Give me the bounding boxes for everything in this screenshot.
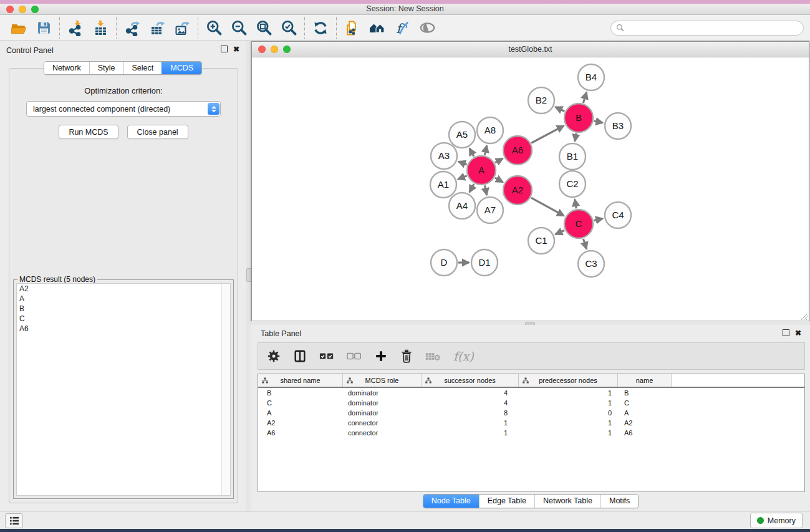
table-row[interactable]: Adominator80A <box>258 408 804 418</box>
scrollbar-track[interactable] <box>221 284 230 495</box>
cybrowser-button[interactable] <box>365 17 390 39</box>
node-A[interactable]: A <box>467 156 496 185</box>
column-header-name[interactable]: name <box>618 374 672 387</box>
column-header-shared-name[interactable]: shared name <box>258 374 343 387</box>
column-header-predecessor-nodes[interactable]: predecessor nodes <box>519 374 618 387</box>
unselect-all-columns-button[interactable] <box>347 351 362 361</box>
resize-grip-icon[interactable] <box>799 312 808 321</box>
edge-B-B1[interactable] <box>575 133 576 142</box>
edge-B-B4[interactable] <box>583 92 586 103</box>
zoom-out-button[interactable] <box>226 17 251 39</box>
node-A5[interactable]: A5 <box>449 122 475 148</box>
tab-mcds[interactable]: MCDS <box>162 62 201 74</box>
node-C3[interactable]: C3 <box>578 251 604 277</box>
table-settings-button[interactable] <box>267 349 281 363</box>
node-A2[interactable]: A2 <box>503 176 532 205</box>
edge-A-A6[interactable] <box>495 158 503 163</box>
run-mcds-button[interactable]: Run MCDS <box>59 125 118 139</box>
show-columns-button[interactable] <box>293 349 307 363</box>
cell[interactable]: 1 <box>519 399 618 407</box>
edge-A-A3[interactable] <box>458 162 466 165</box>
zoom-selected-button[interactable] <box>276 17 301 39</box>
zoom-fit-button[interactable] <box>251 17 276 39</box>
mcds-result-item[interactable]: B <box>17 304 230 314</box>
node-C2[interactable]: C2 <box>559 171 586 197</box>
delete-table-button[interactable] <box>425 351 441 362</box>
tab-edge-table[interactable]: Edge Table <box>479 495 534 508</box>
cell[interactable]: 1 <box>422 419 519 427</box>
cell[interactable]: 0 <box>519 409 618 417</box>
cell[interactable]: B <box>258 389 343 397</box>
cell[interactable]: C <box>618 399 672 407</box>
memory-button[interactable]: Memory <box>750 513 803 528</box>
mcds-result-item[interactable]: A2 <box>17 284 230 294</box>
node-B2[interactable]: B2 <box>528 87 554 114</box>
save-session-button[interactable] <box>31 17 56 39</box>
mcds-result-list[interactable]: A2ABCA6 <box>16 283 231 496</box>
node-D[interactable]: D <box>431 249 457 276</box>
edge-C-C3[interactable] <box>583 239 586 249</box>
edge-A2-C[interactable] <box>531 198 564 216</box>
node-A7[interactable]: A7 <box>477 197 503 223</box>
cell[interactable]: A6 <box>258 429 343 437</box>
cell[interactable]: A <box>618 409 672 417</box>
network-canvas[interactable]: AA1A2A3A4A5A6A7A8BB1B2B3B4CC1C2C3C4DD1 <box>252 57 809 321</box>
node-A3[interactable]: A3 <box>431 143 457 169</box>
cell[interactable]: A6 <box>618 429 672 437</box>
task-history-button[interactable] <box>5 513 23 528</box>
close-table-panel-icon[interactable]: ✖ <box>795 330 801 336</box>
edge-A-A1[interactable] <box>458 176 466 179</box>
mcds-result-item[interactable]: A6 <box>17 324 230 334</box>
clone-network-button[interactable] <box>340 17 365 39</box>
node-B[interactable]: B <box>564 104 593 132</box>
float-table-panel-icon[interactable] <box>783 329 789 336</box>
import-table-button[interactable] <box>88 17 113 39</box>
node-B1[interactable]: B1 <box>559 143 586 170</box>
cell[interactable]: 1 <box>422 429 519 437</box>
cell[interactable]: dominator <box>343 409 422 417</box>
edge-A-A7[interactable] <box>485 185 486 195</box>
node-B4[interactable]: B4 <box>578 64 604 90</box>
cell[interactable]: 1 <box>519 429 618 437</box>
cell[interactable]: 1 <box>519 389 618 397</box>
table-row[interactable]: Cdominator41C <box>258 398 804 408</box>
cell[interactable]: A2 <box>258 419 343 427</box>
tab-motifs[interactable]: Motifs <box>600 495 638 508</box>
create-column-button[interactable] <box>374 349 388 363</box>
node-A4[interactable]: A4 <box>449 193 475 219</box>
delete-column-button[interactable] <box>400 349 413 363</box>
edge-A-A8[interactable] <box>485 145 486 155</box>
cell[interactable]: 4 <box>422 399 519 407</box>
cell[interactable]: dominator <box>343 389 422 397</box>
export-network-button[interactable] <box>120 17 145 39</box>
zoom-in-button[interactable] <box>201 17 226 39</box>
tab-network-table[interactable]: Network Table <box>534 495 600 508</box>
table-row[interactable]: A6connector11A6 <box>258 428 804 438</box>
column-header-successor-nodes[interactable]: successor nodes <box>422 374 519 387</box>
edge-A-A2[interactable] <box>495 178 503 182</box>
close-panel-button[interactable]: Close panel <box>127 125 188 139</box>
cell[interactable]: C <box>258 399 343 407</box>
criterion-select[interactable]: largest connected component (directed) <box>26 101 221 117</box>
cell[interactable]: dominator <box>343 399 422 407</box>
edge-A-A5[interactable] <box>470 148 474 157</box>
cell[interactable]: A <box>258 409 343 417</box>
edge-C-C2[interactable] <box>575 200 576 209</box>
mcds-result-item[interactable]: C <box>17 314 230 324</box>
edge-A-A4[interactable] <box>470 184 474 192</box>
edge-B-B3[interactable] <box>594 121 602 123</box>
table-row[interactable]: A2connector11A2 <box>258 418 804 428</box>
cell[interactable]: connector <box>343 419 422 427</box>
cell[interactable]: B <box>618 389 672 397</box>
node-C1[interactable]: C1 <box>528 228 554 254</box>
open-session-button[interactable] <box>6 17 31 39</box>
tab-select[interactable]: Select <box>123 62 162 74</box>
select-all-columns-button[interactable] <box>319 351 334 361</box>
search-field[interactable] <box>610 21 804 36</box>
node-C[interactable]: C <box>564 210 593 238</box>
node-A8[interactable]: A8 <box>477 117 503 143</box>
refresh-layout-button[interactable] <box>308 17 333 39</box>
table-row[interactable]: Bdominator41B <box>258 388 804 398</box>
tab-network[interactable]: Network <box>44 62 89 74</box>
float-panel-icon[interactable] <box>221 46 228 52</box>
